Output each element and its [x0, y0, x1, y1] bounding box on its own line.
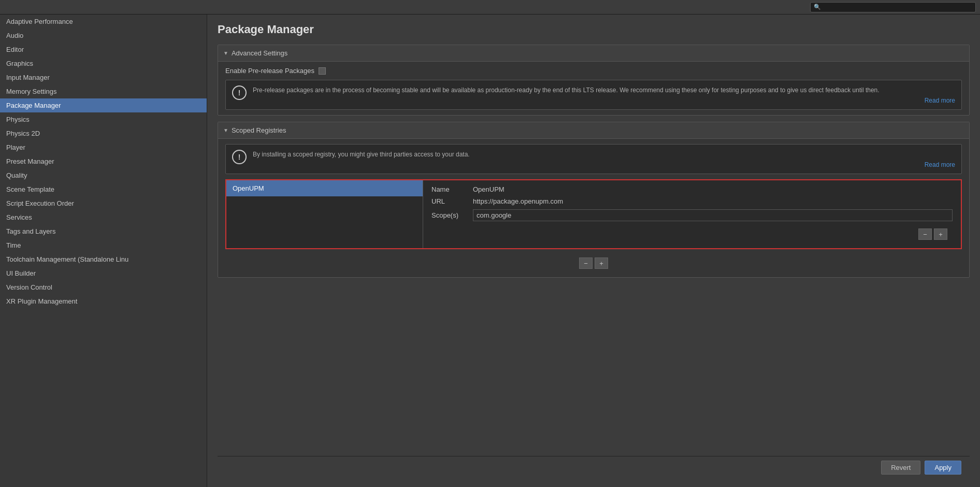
scoped-registries-read-more[interactable]: Read more — [253, 161, 955, 168]
registry-minus-button[interactable]: − — [918, 228, 932, 240]
sidebar-item-graphics[interactable]: Graphics — [0, 56, 207, 70]
sidebar-item-toolchain-management[interactable]: Toolchain Management (Standalone Linu — [0, 252, 207, 266]
content-area: Package Manager ▼ Advanced Settings Enab… — [207, 15, 980, 487]
scoped-registries-label: Scoped Registries — [232, 126, 286, 134]
scoped-registries-section: ▼ Scoped Registries ! By installing a sc… — [218, 122, 970, 278]
scoped-registries-header[interactable]: ▼ Scoped Registries — [218, 122, 969, 139]
sidebar-item-tags-and-layers[interactable]: Tags and Layers — [0, 224, 207, 238]
enable-prerelease-label: Enable Pre-release Packages — [225, 67, 314, 75]
sidebar-item-input-manager[interactable]: Input Manager — [0, 70, 207, 84]
sidebar: Adaptive Performance Audio Editor Graphi… — [0, 15, 207, 487]
chevron-down-icon: ▼ — [223, 50, 228, 56]
list-plus-button[interactable]: + — [595, 257, 608, 269]
sidebar-item-scene-template[interactable]: Scene Template — [0, 182, 207, 196]
search-input[interactable] — [823, 4, 972, 11]
revert-button[interactable]: Revert — [881, 461, 920, 475]
advanced-settings-section: ▼ Advanced Settings Enable Pre-release P… — [218, 45, 970, 116]
sidebar-item-editor[interactable]: Editor — [0, 42, 207, 56]
advanced-settings-info-box: ! Pre-release packages are in the proces… — [225, 80, 962, 110]
sidebar-item-player[interactable]: Player — [0, 140, 207, 154]
sidebar-item-physics[interactable]: Physics — [0, 112, 207, 126]
field-scopes-input[interactable] — [473, 209, 953, 221]
scoped-registries-info-text: By installing a scoped registry, you mig… — [253, 150, 955, 159]
sidebar-item-ui-builder[interactable]: UI Builder — [0, 266, 207, 280]
scoped-registries-info-box: ! By installing a scoped registry, you m… — [225, 144, 962, 174]
registry-list: OpenUPM — [226, 180, 423, 248]
scoped-registries-content: ! By installing a scoped registry, you m… — [218, 139, 969, 277]
sidebar-item-xr-plugin-management[interactable]: XR Plugin Management — [0, 294, 207, 308]
registry-entry: OpenUPM Name OpenUPM URL https://package… — [225, 179, 962, 249]
chevron-down-icon-2: ▼ — [223, 127, 228, 133]
info-icon-2: ! — [232, 150, 247, 164]
sidebar-item-physics-2d[interactable]: Physics 2D — [0, 126, 207, 140]
sidebar-item-version-control[interactable]: Version Control — [0, 280, 207, 294]
search-icon: 🔍 — [814, 4, 821, 10]
field-url-value: https://package.openupm.com — [473, 197, 953, 205]
list-minus-button[interactable]: − — [579, 257, 593, 269]
field-name-label: Name — [431, 185, 473, 193]
advanced-settings-content: Enable Pre-release Packages ! Pre-releas… — [218, 62, 969, 115]
main-layout: Adaptive Performance Audio Editor Graphi… — [0, 15, 980, 487]
registry-details: Name OpenUPM URL https://package.openupm… — [423, 180, 961, 248]
sidebar-item-script-execution-order[interactable]: Script Execution Order — [0, 196, 207, 210]
sidebar-item-adaptive-performance[interactable]: Adaptive Performance — [0, 15, 207, 28]
search-container[interactable]: 🔍 — [810, 2, 976, 12]
sidebar-item-memory-settings[interactable]: Memory Settings — [0, 84, 207, 98]
sidebar-item-time[interactable]: Time — [0, 238, 207, 252]
sidebar-item-package-manager[interactable]: Package Manager — [0, 98, 207, 112]
advanced-settings-read-more[interactable]: Read more — [253, 97, 955, 104]
sidebar-item-audio[interactable]: Audio — [0, 28, 207, 42]
registry-list-item-openupm[interactable]: OpenUPM — [226, 180, 423, 196]
enable-prerelease-row: Enable Pre-release Packages — [225, 67, 962, 75]
field-scopes-label: Scope(s) — [431, 211, 473, 219]
sidebar-item-preset-manager[interactable]: Preset Manager — [0, 154, 207, 168]
sidebar-item-services[interactable]: Services — [0, 210, 207, 224]
advanced-settings-label: Advanced Settings — [232, 49, 287, 57]
registry-plus-button[interactable]: + — [934, 228, 947, 240]
apply-button[interactable]: Apply — [925, 461, 961, 475]
advanced-settings-info-text: Pre-release packages are in the process … — [253, 85, 955, 95]
info-icon: ! — [232, 85, 247, 100]
content-spacer — [218, 284, 970, 456]
sidebar-item-quality[interactable]: Quality — [0, 168, 207, 182]
field-url-row: URL https://package.openupm.com — [431, 197, 953, 205]
top-bar: 🔍 — [0, 0, 980, 15]
enable-prerelease-checkbox[interactable] — [319, 67, 326, 75]
field-scopes-row: Scope(s) — [431, 209, 953, 221]
field-name-value: OpenUPM — [473, 185, 953, 193]
footer: Revert Apply — [218, 456, 970, 479]
list-controls: − + — [225, 254, 962, 272]
registry-bottom-buttons: − + — [431, 225, 953, 243]
page-title: Package Manager — [218, 23, 970, 36]
field-url-label: URL — [431, 197, 473, 205]
advanced-settings-header[interactable]: ▼ Advanced Settings — [218, 45, 969, 62]
field-name-row: Name OpenUPM — [431, 185, 953, 193]
